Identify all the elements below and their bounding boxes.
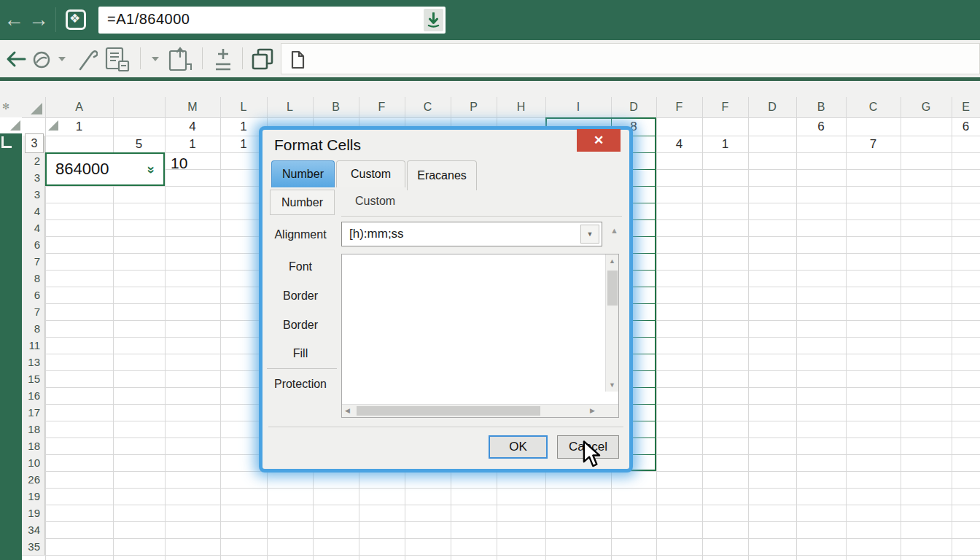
row-header[interactable]: 15 xyxy=(22,370,45,387)
horizontal-scrollbar[interactable]: ◀ ▶ xyxy=(342,404,618,417)
tab-custom[interactable]: Custom xyxy=(336,160,405,187)
insert-function-button[interactable] xyxy=(424,9,443,31)
format-code-combobox[interactable]: [h):mm;ss ▼ xyxy=(341,222,602,246)
cell-value[interactable]: 4 xyxy=(656,136,702,152)
clipboard-icon[interactable] xyxy=(104,47,131,73)
category-alignment[interactable]: Alignment xyxy=(262,223,338,246)
column-header[interactable]: M xyxy=(165,97,220,117)
cell-value[interactable]: 6 xyxy=(796,117,846,136)
close-button[interactable]: ✕ xyxy=(577,129,621,152)
row-header[interactable]: 4 xyxy=(22,203,45,219)
row-header[interactable]: 18 xyxy=(22,438,45,454)
cell-value[interactable]: 10 xyxy=(171,155,187,172)
row-header[interactable]: 10 xyxy=(22,454,45,471)
category-font[interactable]: Font xyxy=(262,257,338,276)
gridline xyxy=(796,97,797,560)
cell-value[interactable]: 7 xyxy=(846,136,901,152)
row-header[interactable]: 16 xyxy=(22,387,45,404)
format-list-box[interactable]: ▲ ▼ ◀ ▶ xyxy=(341,254,619,418)
category-border-2[interactable]: Border xyxy=(262,316,338,335)
row-header[interactable]: 8 xyxy=(22,320,45,337)
row-header[interactable]: 19 xyxy=(22,488,45,505)
row-header[interactable]: 26 xyxy=(22,471,45,488)
cell-value[interactable]: 4 xyxy=(165,117,220,136)
scrollbar-thumb[interactable] xyxy=(357,406,540,416)
link-icon[interactable] xyxy=(32,50,51,69)
scroll-left-icon[interactable]: ◀ xyxy=(345,407,350,414)
dropdown-caret-icon[interactable] xyxy=(152,57,159,61)
column-header[interactable]: C xyxy=(405,97,451,117)
column-header[interactable]: F xyxy=(656,97,702,117)
column-header[interactable]: P xyxy=(451,97,497,117)
row-header[interactable]: 2 xyxy=(22,152,45,169)
plus-rows-icon[interactable] xyxy=(211,47,235,72)
cell-value[interactable]: 6 xyxy=(952,117,980,136)
row-header[interactable]: 11 xyxy=(22,337,45,354)
scroll-down-icon[interactable]: ▼ xyxy=(606,381,618,389)
column-header[interactable]: E xyxy=(952,97,980,117)
paste-icon[interactable] xyxy=(168,47,195,73)
category-protection[interactable]: Protection xyxy=(262,375,338,394)
cell-value[interactable]: 1 xyxy=(165,136,220,152)
column-header[interactable]: C xyxy=(846,97,901,117)
scroll-right-icon[interactable]: ▶ xyxy=(590,407,595,414)
close-icon: ✕ xyxy=(594,133,604,148)
column-header[interactable]: H xyxy=(497,97,545,117)
forward-arrow-icon[interactable]: → xyxy=(28,8,50,31)
row-header[interactable]: 3 xyxy=(22,186,45,203)
row-header[interactable]: 3 xyxy=(22,169,45,186)
category-fill[interactable]: Fill xyxy=(262,344,338,363)
select-all-icon[interactable] xyxy=(31,103,42,114)
vertical-scrollbar[interactable]: ▲ ▼ xyxy=(605,254,618,392)
row-header[interactable]: 6 xyxy=(22,236,45,253)
row-header[interactable]: 18 xyxy=(22,421,45,438)
selection-border xyxy=(655,117,656,471)
column-header[interactable]: G xyxy=(901,97,952,117)
tab-number[interactable]: Number xyxy=(271,160,335,187)
row-header[interactable]: 4 xyxy=(22,219,45,236)
combo-dropdown-button[interactable]: ▼ xyxy=(580,225,599,244)
toolbar-input[interactable] xyxy=(281,43,980,74)
back-arrow-icon[interactable]: ← xyxy=(3,8,25,31)
chevron-double-down-icon[interactable]: » xyxy=(144,166,160,174)
cell-value[interactable]: 1 xyxy=(702,136,748,152)
pen-hook-icon[interactable] xyxy=(77,49,98,71)
ok-button[interactable]: OK xyxy=(489,435,548,459)
row-header[interactable]: 7 xyxy=(22,303,45,320)
cell-value[interactable]: 5 xyxy=(113,136,165,152)
column-header[interactable]: F xyxy=(702,97,748,117)
scroll-up-icon[interactable]: ▲ xyxy=(606,257,618,265)
row-header[interactable]: 34 xyxy=(22,521,45,538)
row-header[interactable]: 6 xyxy=(22,287,45,303)
row-header[interactable]: 13 xyxy=(22,354,45,370)
row-header[interactable]: 35 xyxy=(22,538,45,555)
formula-text[interactable]: =A1/864000 xyxy=(107,11,190,28)
selected-cell[interactable]: 864000 » xyxy=(45,152,165,186)
row-header[interactable]: 17 xyxy=(22,404,45,421)
category-border[interactable]: Border xyxy=(262,287,338,306)
column-header[interactable]: L xyxy=(220,97,267,117)
column-header[interactable]: A xyxy=(45,97,113,117)
column-header[interactable]: I xyxy=(545,97,611,117)
undo-arrow-icon[interactable] xyxy=(6,50,26,69)
category-number[interactable]: Number xyxy=(270,190,335,215)
excel-window: ← → ❖ =A1/864000 xyxy=(0,0,980,560)
tab-eracanes[interactable]: Eracanes xyxy=(407,160,477,190)
column-header[interactable]: D xyxy=(748,97,796,117)
column-header[interactable]: B xyxy=(796,97,846,117)
column-header[interactable]: F xyxy=(359,97,405,117)
row-header[interactable]: 19 xyxy=(22,505,45,521)
column-header[interactable]: D xyxy=(611,97,656,117)
row-header[interactable]: 7 xyxy=(22,253,45,270)
row-header[interactable]: 8 xyxy=(22,270,45,287)
column-header[interactable] xyxy=(113,97,165,117)
column-header[interactable]: L xyxy=(267,97,313,117)
app-icon[interactable]: ❖ xyxy=(66,9,86,30)
scrollbar-thumb[interactable] xyxy=(607,271,618,306)
category-custom[interactable]: Custom xyxy=(355,195,395,208)
dropdown-caret-icon[interactable] xyxy=(58,57,66,61)
column-header[interactable]: B xyxy=(313,97,359,117)
formula-bar[interactable]: =A1/864000 xyxy=(98,7,446,34)
copy-icon[interactable] xyxy=(251,47,274,71)
outline-level-button[interactable]: 3 xyxy=(25,133,44,153)
